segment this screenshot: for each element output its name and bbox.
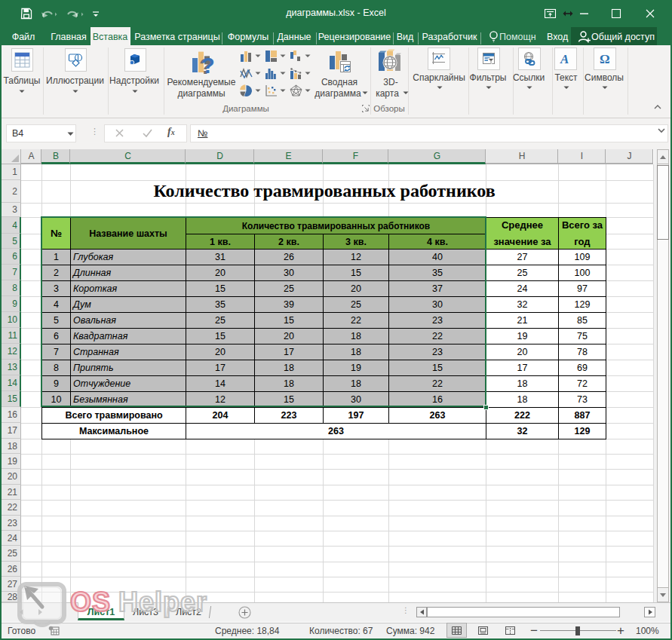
svg-text:A: A bbox=[560, 52, 569, 66]
svg-text:?: ? bbox=[201, 54, 215, 75]
svg-text:Helper: Helper bbox=[118, 586, 207, 617]
svg-text:Ω: Ω bbox=[600, 52, 610, 66]
svg-text:OS: OS bbox=[70, 586, 111, 617]
